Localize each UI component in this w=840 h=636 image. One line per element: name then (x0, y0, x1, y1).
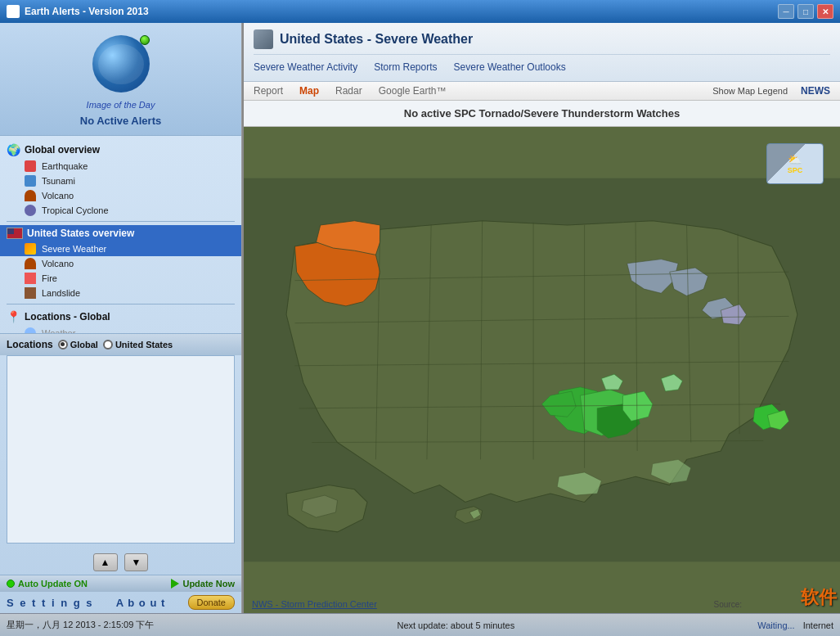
us-map-svg (244, 127, 840, 613)
news-link[interactable]: NEWS (801, 85, 830, 97)
status-dot (140, 35, 150, 45)
earthquake-icon (23, 160, 38, 172)
page-title-icon (254, 29, 273, 49)
cyclone-label: Tropical Cyclone (42, 205, 109, 215)
subtab-report[interactable]: Report (254, 85, 283, 97)
close-button[interactable]: ✕ (817, 4, 833, 19)
nws-link[interactable]: NWS - Storm Prediction Center (252, 599, 377, 609)
sidebar-item-fire[interactable]: Fire (0, 271, 241, 286)
image-of-day-label[interactable]: Image of the Day (87, 100, 155, 110)
auto-update-icon (7, 580, 15, 588)
subtab-google-earth[interactable]: Google Earth™ (379, 85, 447, 97)
locations-bar: Locations Global United States (0, 333, 241, 355)
volcano-global-icon (23, 190, 38, 201)
sidebar-item-global-overview[interactable]: 🌍 Global overview (0, 141, 241, 159)
map-area: ⛅ SPC NWS - Storm Prediction Center Sour… (244, 127, 840, 613)
landslide-label: Landslide (42, 288, 80, 298)
globe-container (88, 31, 154, 97)
status-waiting: Waiting... (757, 620, 794, 630)
nav-buttons: ▲ ▼ (0, 550, 241, 575)
status-bar: 星期一，八月 12 2013 - 2:15:09 下午 Next update:… (0, 613, 840, 636)
right-panel: United States - Severe Weather Severe We… (242, 23, 840, 613)
nav-down-button[interactable]: ▼ (124, 553, 149, 571)
nav-up-button[interactable]: ▲ (93, 553, 118, 571)
severe-weather-icon (23, 243, 38, 255)
divider-2 (7, 304, 235, 304)
settings-label[interactable]: S e t t i n g s (7, 597, 94, 609)
spc-logo: ⛅ SPC (766, 143, 824, 184)
status-internet: Internet (803, 620, 833, 630)
main-container: Image of the Day No Active Alerts 🌍 Glob… (0, 23, 840, 613)
landslide-icon (23, 287, 38, 299)
right-header: United States - Severe Weather Severe We… (244, 23, 840, 82)
subtab-map[interactable]: Map (299, 85, 319, 97)
radio-global-option[interactable]: Global (58, 340, 98, 350)
minimize-button[interactable]: ─ (778, 4, 794, 19)
app-icon (7, 5, 20, 18)
page-title: United States - Severe Weather (254, 29, 830, 55)
bottom-bar: Auto Update ON Update Now (0, 575, 241, 592)
sub-tab-bar: Report Map Radar Google Earth™ Show Map … (244, 82, 840, 101)
tab-outlooks[interactable]: Severe Weather Outlooks (454, 60, 566, 74)
locations-content (7, 355, 235, 544)
tsunami-icon (23, 175, 38, 187)
about-label[interactable]: A b o u t (116, 597, 166, 609)
sidebar-item-volcano-us[interactable]: Volcano (0, 256, 241, 271)
watch-banner: No active SPC Tornado/Severe Thunderstor… (244, 101, 840, 127)
sidebar-item-severe-weather[interactable]: Severe Weather (0, 241, 241, 256)
earthquake-label: Earthquake (42, 161, 88, 171)
source-text: Source: (714, 600, 742, 609)
update-now-button[interactable]: Update Now (171, 579, 235, 589)
volcano-global-label: Volcano (42, 191, 74, 201)
settings-about-bar: S e t t i n g s A b o u t Donate (0, 592, 241, 613)
global-overview-icon: 🌍 (7, 143, 20, 156)
sub-tab-right: Show Map Legend NEWS (712, 85, 830, 97)
cyclone-icon (23, 205, 38, 216)
locations-global-icon: 📍 (7, 310, 20, 323)
no-alerts-label: No Active Alerts (80, 115, 161, 127)
radio-us-circle[interactable] (103, 340, 113, 350)
status-datetime: 星期一，八月 12 2013 - 2:15:09 下午 (7, 619, 154, 631)
window-controls: ─ □ ✕ (778, 4, 833, 19)
locations-label: Locations (7, 339, 53, 350)
locations-global-label: Locations - Global (25, 311, 110, 323)
sidebar-item-earthquake[interactable]: Earthquake (0, 159, 241, 174)
sidebar-item-tsunami[interactable]: Tsunami (0, 174, 241, 188)
auto-update-indicator[interactable]: Auto Update ON (7, 579, 88, 589)
us-overview-label: United States overview (27, 228, 134, 239)
volcano-us-icon (23, 258, 38, 269)
show-legend-link[interactable]: Show Map Legend (712, 86, 788, 96)
globe-icon (92, 35, 150, 92)
tab-reports[interactable]: Storm Reports (374, 60, 437, 74)
watermark: 软件 (801, 585, 837, 610)
app-title: Earth Alerts - Version 2013 (25, 6, 149, 17)
page-title-text: United States - Severe Weather (280, 32, 473, 47)
update-now-label: Update Now (182, 579, 235, 589)
sidebar-item-weather[interactable]: Weather (0, 326, 241, 333)
auto-update-label: Auto Update ON (18, 579, 88, 589)
subtab-radar[interactable]: Radar (335, 85, 362, 97)
sidebar-item-volcano-global[interactable]: Volcano (0, 188, 241, 203)
severe-weather-label: Severe Weather (42, 244, 106, 254)
sidebar-item-landslide[interactable]: Landslide (0, 286, 241, 300)
fire-icon (23, 273, 38, 284)
sidebar: Image of the Day No Active Alerts 🌍 Glob… (0, 23, 242, 613)
divider-1 (7, 221, 235, 222)
status-next-update: Next update: about 5 minutes (154, 620, 757, 630)
tab-activity[interactable]: Severe Weather Activity (254, 60, 357, 74)
main-tab-bar: Severe Weather Activity Storm Reports Se… (254, 60, 830, 74)
donate-button[interactable]: Donate (188, 595, 235, 610)
play-icon (171, 579, 179, 589)
maximize-button[interactable]: □ (797, 4, 814, 19)
volcano-us-label: Volcano (42, 259, 74, 268)
title-bar: Earth Alerts - Version 2013 ─ □ ✕ (0, 0, 840, 23)
sidebar-top: Image of the Day No Active Alerts (0, 23, 241, 136)
tsunami-label: Tsunami (42, 176, 75, 186)
sidebar-item-locations-global[interactable]: 📍 Locations - Global (0, 308, 241, 326)
sidebar-item-cyclone[interactable]: Tropical Cyclone (0, 203, 241, 218)
radio-global-label: Global (70, 340, 98, 350)
us-flag-icon (7, 228, 23, 239)
sidebar-item-us-overview[interactable]: United States overview (0, 225, 241, 241)
radio-us-option[interactable]: United States (103, 340, 173, 350)
radio-global-circle[interactable] (58, 340, 68, 350)
